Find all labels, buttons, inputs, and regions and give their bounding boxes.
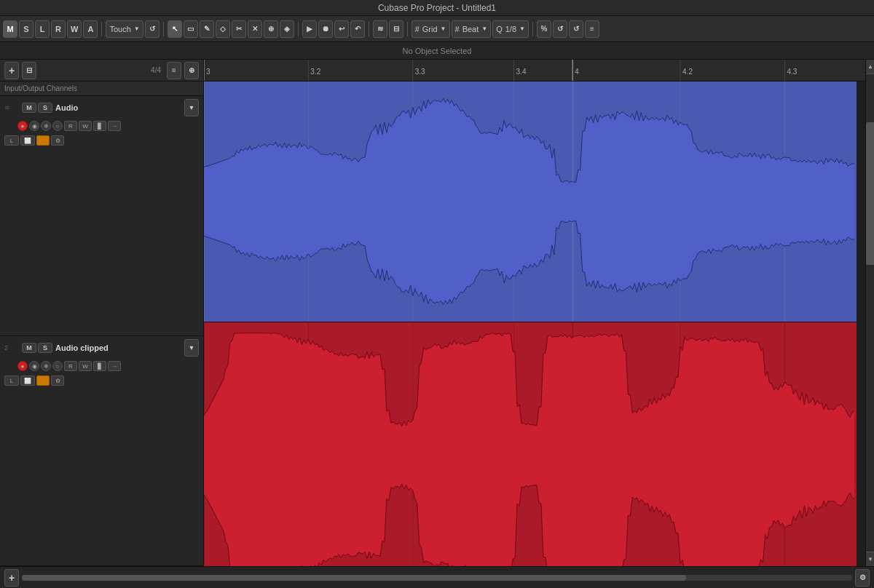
track-2-m-btn[interactable]: M <box>22 343 36 353</box>
scroll-down-button[interactable]: ▼ <box>866 552 874 566</box>
track-2-out-btn[interactable]: → <box>108 361 121 371</box>
track-1-s-btn[interactable]: S <box>38 103 52 113</box>
track-1-r-btn[interactable]: R <box>64 121 77 131</box>
metronome-button[interactable]: ↺ <box>553 20 567 38</box>
track-panel-header: + ⊟ 4/4 ≡ ⊕ <box>0 60 203 82</box>
toolbar-s-button[interactable]: S <box>19 20 34 38</box>
waveform-canvas[interactable] <box>204 82 857 566</box>
track-2-controls: ● ◉ ❄ ○ R W ▊ → <box>0 359 203 373</box>
track-count: 4/4 <box>151 66 161 74</box>
show-lanes-button[interactable]: ⊟ <box>389 20 403 38</box>
scroll-up-button[interactable]: ▲ <box>866 60 874 74</box>
add-track-button[interactable]: + <box>4 62 19 79</box>
track-1-controls: ● ◉ ❄ ○ R W ▊ → <box>0 119 203 132</box>
glue-tool-button[interactable]: ✕ <box>248 20 262 38</box>
scroll-up-icon: ▲ <box>867 63 873 70</box>
track-2-record-btn[interactable]: ● <box>17 361 28 371</box>
track-2-number: 2 <box>4 344 16 351</box>
track-search-button[interactable]: ⊕ <box>184 62 199 79</box>
q-icon: Q <box>496 25 503 33</box>
settings-button[interactable]: ≡ <box>585 20 599 38</box>
track-1-m-btn[interactable]: M <box>22 103 36 113</box>
track-1-freeze-btn[interactable]: ❄ <box>41 121 51 131</box>
bottom-scroll-thumb[interactable] <box>22 575 686 581</box>
zoom-tool-button[interactable]: ⊕ <box>264 20 278 38</box>
bottom-add-btn[interactable]: + <box>4 569 19 587</box>
track-1-lower-controls: L ⬜ ⚙ <box>0 134 203 147</box>
touch-mode-select[interactable]: Touch ▼ <box>106 20 143 38</box>
rewind-button[interactable]: ↶ <box>350 20 365 38</box>
track-1-record-btn[interactable]: ● <box>17 121 28 131</box>
track-1-w-btn[interactable]: W <box>79 121 92 131</box>
bottom-bar: + ⚙ <box>0 566 874 588</box>
track-2-mute-btn[interactable]: ○ <box>52 361 63 371</box>
punch-button[interactable]: ↺ <box>569 20 583 38</box>
track-2-settings-btn[interactable]: ⚙ <box>51 376 64 386</box>
track-2-lane-btn[interactable]: L <box>4 376 19 386</box>
record-button[interactable]: ⏺ <box>318 20 333 38</box>
status-text: No Object Selected <box>403 47 472 55</box>
track-2-vu-btn[interactable]: ▊ <box>93 361 106 371</box>
scroll-thumb[interactable] <box>866 122 874 266</box>
toolbar-r-button[interactable]: R <box>51 20 66 38</box>
time-sig-button[interactable]: % <box>537 20 551 38</box>
edit-tool-button[interactable]: ≋ <box>373 20 387 38</box>
track-1-settings-btn[interactable]: ⚙ <box>51 135 64 146</box>
track-list-view-button[interactable]: ≡ <box>167 62 181 79</box>
cursor-tool-button[interactable]: ↖ <box>168 20 182 38</box>
toolbar-refresh-button[interactable]: ↺ <box>145 20 160 38</box>
grid-hash-icon: # <box>415 25 420 33</box>
track-1-number: ≋ <box>4 104 16 111</box>
track-2-r-btn[interactable]: R <box>64 361 77 371</box>
timeline-ruler[interactable] <box>204 60 865 82</box>
toolbar-m-button[interactable]: M <box>3 20 17 38</box>
quantize-select[interactable]: Q 1/8 ▼ <box>492 20 529 38</box>
loop-button[interactable]: ↩ <box>334 20 349 38</box>
tracks-content <box>204 82 865 566</box>
track-1-expand-btn[interactable]: ▼ <box>184 99 199 116</box>
track-2-w-btn[interactable]: W <box>79 361 92 371</box>
track-2-color-btn[interactable] <box>36 376 50 386</box>
draw-tool-button[interactable]: ✎ <box>200 20 214 38</box>
track-2-top: 2 M S Audio clipped ▼ <box>0 336 203 359</box>
track-1-mute-btn[interactable]: ○ <box>52 121 63 131</box>
track-2-s-btn[interactable]: S <box>38 343 52 353</box>
scroll-track <box>866 74 874 552</box>
track-2-name: Audio clipped <box>55 343 181 352</box>
touch-mode-label: Touch <box>109 25 130 33</box>
track-2-ms: M S <box>19 343 52 353</box>
track-1-vu-btn[interactable]: ▊ <box>93 121 106 131</box>
toolbar-w-button[interactable]: W <box>67 20 82 38</box>
track-2-header: 2 M S Audio clipped ▼ ● ◉ ❄ ○ R W ▊ → L <box>0 336 203 566</box>
grid-type-label: Grid <box>422 25 438 33</box>
snap-type-select[interactable]: # Beat ▼ <box>452 20 492 38</box>
scroll-down-icon: ▼ <box>867 556 873 563</box>
bottom-scroll-track <box>22 575 852 581</box>
track-2-freeze-btn[interactable]: ❄ <box>41 361 51 371</box>
grid-type-arrow: ▼ <box>441 25 446 32</box>
right-scrollbar[interactable]: ▲ ▼ <box>865 60 874 566</box>
track-2-fx-btn[interactable]: ⬜ <box>20 376 35 386</box>
play-button[interactable]: ▶ <box>302 20 317 38</box>
track-2-expand-btn[interactable]: ▼ <box>184 339 199 357</box>
erase-tool-button[interactable]: ◇ <box>216 20 230 38</box>
mute-tool-button[interactable]: ◈ <box>280 20 294 38</box>
split-tool-button[interactable]: ✂ <box>232 20 246 38</box>
track-headers-panel: + ⊟ 4/4 ≡ ⊕ Input/Output Channels ≋ M S … <box>0 60 204 566</box>
toolbar-l-button[interactable]: L <box>35 20 50 38</box>
track-1-lane-btn[interactable]: L <box>4 135 19 146</box>
track-1-color-btn[interactable] <box>36 135 50 146</box>
track-1-fx-btn[interactable]: ⬜ <box>20 135 35 146</box>
sep-4 <box>369 22 369 36</box>
track-2-monitor-btn[interactable]: ◉ <box>29 361 39 371</box>
range-tool-button[interactable]: ▭ <box>184 20 198 38</box>
status-bar: No Object Selected <box>0 42 874 60</box>
track-1-out-btn[interactable]: → <box>108 121 121 131</box>
grid-type-select[interactable]: # Grid ▼ <box>412 20 450 38</box>
bottom-settings-btn[interactable]: ⚙ <box>855 569 870 587</box>
track-1-monitor-btn[interactable]: ◉ <box>29 121 39 131</box>
title-bar: Cubase Pro Project - Untitled1 <box>0 0 874 16</box>
toolbar-a-button[interactable]: A <box>83 20 98 38</box>
track-panel-icon[interactable]: ⊟ <box>22 62 36 79</box>
track-2-lower-controls: L ⬜ ⚙ <box>0 374 203 387</box>
